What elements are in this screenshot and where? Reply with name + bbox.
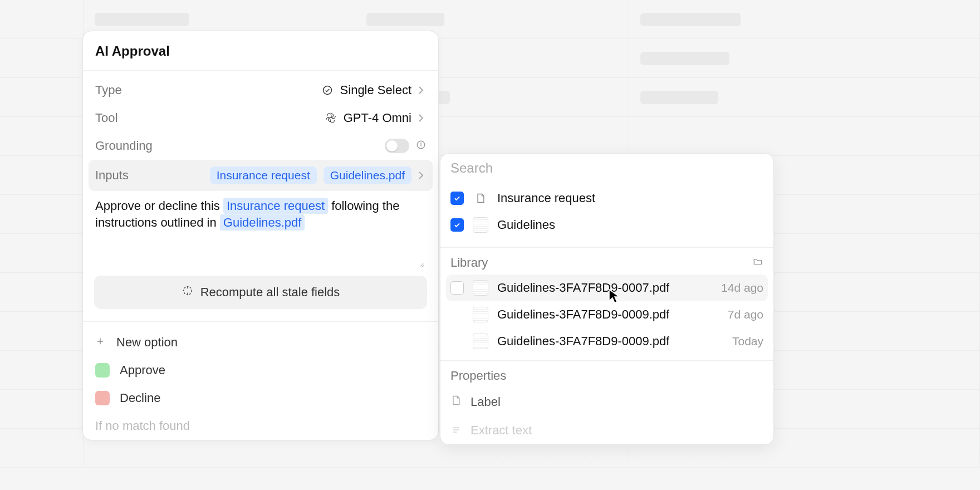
search-row — [440, 154, 773, 183]
selected-item-label: Guidelines — [497, 218, 555, 232]
inputs-label: Inputs — [95, 168, 129, 183]
page-icon — [450, 394, 462, 410]
library-item[interactable]: Guidelines-3FA7F8D9-0009.pdf Today — [446, 328, 768, 355]
lines-icon — [450, 423, 462, 438]
library-header: Library — [440, 248, 773, 275]
tool-value: GPT-4 Omni — [344, 111, 411, 125]
input-chip-guidelines[interactable]: Guidelines.pdf — [324, 166, 411, 184]
svg-line-5 — [422, 265, 424, 267]
svg-point-3 — [421, 143, 422, 144]
library-item-time: 14d ago — [721, 281, 763, 295]
option-approve-label: Approve — [120, 363, 165, 378]
prompt-token-guidelines[interactable]: Guidelines.pdf — [220, 214, 305, 231]
grounding-toggle[interactable] — [385, 139, 409, 153]
prompt-textarea[interactable]: Approve or decline this Insurance reques… — [95, 194, 426, 272]
selected-item-insurance[interactable]: Insurance request — [446, 185, 768, 212]
info-icon[interactable] — [416, 139, 426, 153]
plus-icon — [95, 335, 106, 350]
library-label: Library — [450, 256, 488, 270]
chevron-right-icon — [418, 86, 426, 95]
library-item[interactable]: Guidelines-3FA7F8D9-0009.pdf 7d ago — [446, 301, 768, 328]
checkbox-unchecked-icon[interactable] — [450, 281, 464, 295]
properties-label: Properties — [450, 369, 506, 383]
search-input[interactable] — [450, 160, 763, 176]
option-approve[interactable]: Approve — [89, 356, 433, 384]
checkbox-checked-icon[interactable] — [450, 218, 464, 232]
property-name: Extract text — [471, 423, 532, 438]
library-item-time: Today — [732, 335, 763, 348]
svg-line-4 — [419, 263, 424, 267]
resize-handle-icon[interactable] — [418, 261, 425, 271]
folder-icon[interactable] — [752, 256, 763, 270]
document-thumb-icon — [473, 217, 488, 233]
option-decline[interactable]: Decline — [89, 384, 433, 412]
grounding-row: Grounding — [89, 132, 433, 160]
library-list: Guidelines-3FA7F8D9-0007.pdf 14d ago Gui… — [440, 275, 773, 355]
selected-item-guidelines[interactable]: Guidelines — [446, 212, 768, 238]
svg-point-0 — [323, 86, 331, 95]
input-chip-insurance[interactable]: Insurance request — [210, 166, 317, 184]
document-thumb-icon — [473, 334, 488, 349]
no-match-row: If no match found — [89, 412, 433, 440]
options-section: New option Approve Decline If no match f… — [83, 321, 438, 440]
properties-section: Properties Label Extract text — [440, 360, 773, 444]
checkbox-checked-icon[interactable] — [450, 192, 464, 205]
prompt-text-pre: Approve or decline this — [95, 199, 223, 213]
library-item-name: Guidelines-3FA7F8D9-0009.pdf — [497, 307, 669, 322]
tool-label: Tool — [95, 111, 117, 125]
recompute-label: Recompute all stale fields — [200, 285, 340, 300]
inputs-row[interactable]: Inputs Insurance request Guidelines.pdf — [89, 160, 433, 191]
recompute-button[interactable]: Recompute all stale fields — [94, 276, 427, 309]
chevron-right-icon — [418, 171, 426, 180]
type-label: Type — [95, 83, 122, 97]
document-thumb-icon — [473, 307, 488, 322]
properties-header: Properties — [440, 361, 773, 388]
check-circle-icon — [321, 84, 334, 96]
color-swatch-green — [95, 363, 110, 378]
library-item-name: Guidelines-3FA7F8D9-0007.pdf — [497, 281, 669, 295]
library-item[interactable]: Guidelines-3FA7F8D9-0007.pdf 14d ago — [446, 275, 768, 301]
grounding-label: Grounding — [95, 139, 153, 153]
openai-icon — [325, 112, 337, 124]
new-option-label: New option — [116, 335, 178, 350]
selected-list: Insurance request Guidelines — [440, 183, 773, 248]
new-option-button[interactable]: New option — [89, 329, 433, 356]
document-thumb-icon — [473, 280, 488, 296]
page-icon — [473, 190, 488, 206]
chevron-right-icon — [418, 114, 426, 122]
type-value: Single Select — [340, 83, 411, 97]
ai-approval-panel: AI Approval Type Single Select Tool — [82, 31, 439, 440]
recompute-icon — [182, 285, 194, 300]
color-swatch-red — [95, 391, 110, 405]
type-row[interactable]: Type Single Select — [89, 76, 433, 104]
panel-title: AI Approval — [83, 31, 438, 71]
option-decline-label: Decline — [120, 391, 160, 405]
property-extract-text[interactable]: Extract text — [440, 416, 773, 444]
property-name: Label — [471, 395, 501, 409]
prompt-token-insurance[interactable]: Insurance request — [223, 198, 328, 214]
library-item-name: Guidelines-3FA7F8D9-0009.pdf — [497, 334, 669, 349]
property-label[interactable]: Label — [440, 388, 773, 416]
inputs-popover: Insurance request Guidelines Library Gui… — [440, 153, 774, 445]
library-item-time: 7d ago — [728, 308, 763, 321]
tool-row[interactable]: Tool GPT-4 Omni — [89, 104, 433, 132]
selected-item-label: Insurance request — [497, 191, 595, 205]
no-match-label: If no match found — [95, 419, 190, 433]
